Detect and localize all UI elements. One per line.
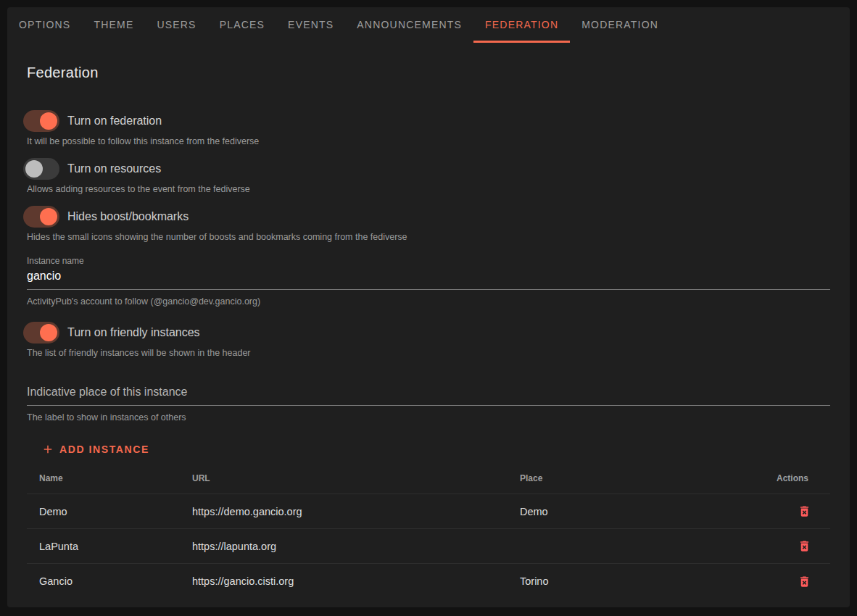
tab-bar: OPTIONS THEME USERS PLACES EVENTS ANNOUN…	[7, 7, 850, 42]
toggle-thumb	[25, 160, 43, 178]
friendly-instances-toggle-hint: The list of friendly instances will be s…	[27, 348, 830, 359]
setting-turn-on-resources: Turn on resources Allows adding resource…	[27, 158, 830, 195]
trash-delete-forever-icon	[798, 575, 811, 588]
hide-boost-toggle-label: Hides boost/bookmarks	[67, 210, 189, 223]
add-instance-label: ADD INSTANCE	[59, 444, 149, 455]
federation-toggle-label: Turn on federation	[67, 115, 162, 128]
instance-place-input[interactable]	[27, 382, 830, 406]
setting-turn-on-federation: Turn on federation It will be possible t…	[27, 110, 830, 147]
instance-name-input[interactable]	[27, 266, 830, 290]
friendly-instances-table: Name URL Place Actions Demo https://demo…	[27, 462, 830, 599]
tab-announcements[interactable]: ANNOUNCEMENTS	[345, 7, 473, 42]
cell-name: Demo	[27, 494, 180, 528]
resources-toggle-label: Turn on resources	[67, 162, 161, 175]
add-instance-button[interactable]: ADD INSTANCE	[34, 436, 157, 462]
plus-icon	[41, 443, 54, 456]
page-title: Federation	[27, 64, 830, 81]
column-header-name: Name	[27, 462, 180, 494]
cell-name: Gancio	[27, 564, 180, 599]
friendly-instances-toggle-label: Turn on friendly instances	[67, 326, 200, 339]
resources-toggle[interactable]	[23, 158, 59, 180]
delete-instance-button[interactable]	[798, 539, 811, 553]
delete-instance-button[interactable]	[798, 504, 811, 518]
cell-place: Torino	[508, 564, 743, 599]
cell-place: Demo	[508, 494, 743, 528]
setting-hides-boost-bookmarks: Hides boost/bookmarks Hides the small ic…	[27, 206, 830, 243]
federation-settings-panel: Federation Turn on federation It will be…	[7, 64, 850, 599]
instance-name-label: Instance name	[27, 256, 830, 266]
instance-place-field: The label to show in instances of others	[27, 382, 830, 423]
setting-friendly-instances: Turn on friendly instances The list of f…	[27, 322, 830, 359]
column-header-url: URL	[180, 462, 508, 494]
hide-boost-toggle-hint: Hides the small icons showing the number…	[27, 232, 830, 243]
table-row: LaPunta https://lapunta.org	[27, 529, 830, 564]
toggle-thumb	[40, 112, 57, 130]
federation-toggle-hint: It will be possible to follow this insta…	[27, 136, 830, 147]
hide-boost-toggle[interactable]	[23, 206, 59, 228]
trash-delete-forever-icon	[798, 539, 811, 553]
cell-url: https://gancio.cisti.org	[180, 564, 508, 599]
tab-moderation[interactable]: MODERATION	[570, 7, 670, 42]
toggle-thumb	[40, 324, 57, 341]
resources-toggle-hint: Allows adding resources to the event fro…	[27, 184, 830, 195]
table-row: Demo https://demo.gancio.org Demo	[27, 494, 830, 529]
instance-name-hint: ActivityPub's account to follow (@gancio…	[27, 296, 830, 307]
tab-theme[interactable]: THEME	[82, 7, 145, 42]
toggle-thumb	[40, 208, 57, 225]
admin-settings-card: OPTIONS THEME USERS PLACES EVENTS ANNOUN…	[7, 7, 850, 607]
trash-delete-forever-icon	[798, 504, 811, 518]
column-header-actions: Actions	[743, 462, 830, 494]
cell-url: https://lapunta.org	[180, 529, 508, 563]
table-row: Gancio https://gancio.cisti.org Torino	[27, 564, 830, 599]
federation-toggle[interactable]	[23, 110, 59, 132]
tab-federation[interactable]: FEDERATION	[473, 7, 570, 42]
instance-place-hint: The label to show in instances of others	[27, 412, 830, 423]
table-header-row: Name URL Place Actions	[27, 462, 830, 494]
tab-events[interactable]: EVENTS	[276, 7, 345, 42]
tab-users[interactable]: USERS	[145, 7, 207, 42]
tab-places[interactable]: PLACES	[208, 7, 276, 42]
tab-options[interactable]: OPTIONS	[7, 7, 82, 42]
instance-name-field: Instance name ActivityPub's account to f…	[27, 256, 830, 307]
cell-url: https://demo.gancio.org	[180, 494, 508, 528]
column-header-place: Place	[508, 462, 743, 494]
friendly-instances-toggle[interactable]	[23, 322, 59, 344]
cell-name: LaPunta	[27, 529, 180, 563]
delete-instance-button[interactable]	[798, 575, 811, 588]
cell-place	[508, 529, 743, 563]
